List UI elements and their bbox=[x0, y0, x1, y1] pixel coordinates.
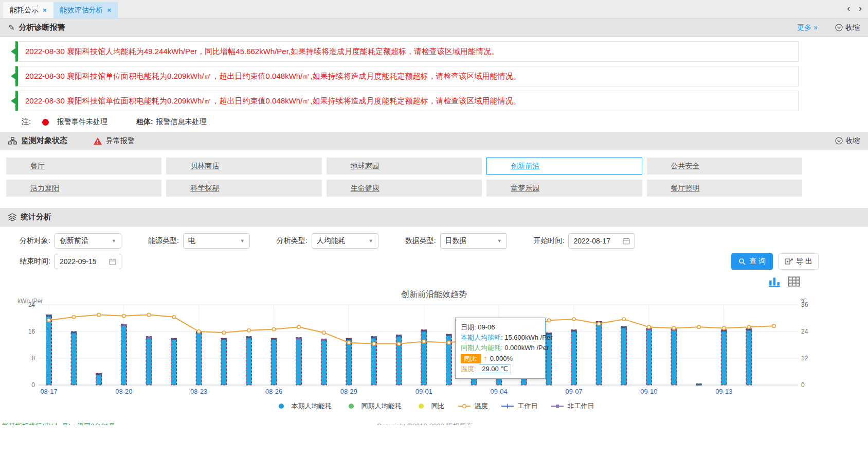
tooltip-date: 09-06 bbox=[478, 323, 495, 331]
legend-label: 同比 bbox=[431, 401, 445, 411]
svg-text:16: 16 bbox=[28, 328, 35, 335]
legend-item[interactable]: 工作日 bbox=[500, 401, 538, 411]
alert-row[interactable]: 2022-08-30 襄阳科技馆单位面积电能耗为0.209kWh/㎡，超出日约束… bbox=[15, 66, 799, 86]
tab-scroll-left-icon[interactable]: ‹ bbox=[847, 3, 850, 13]
day-type-marker bbox=[246, 337, 251, 339]
alert-row[interactable]: 2022-08-30 襄阳科技馆人均能耗为49.244kWh/Per，同比增幅4… bbox=[15, 41, 799, 62]
alert-list: 2022-08-30 襄阳科技馆人均能耗为49.244kWh/Per，同比增幅4… bbox=[0, 37, 868, 132]
day-type-marker bbox=[696, 383, 702, 386]
close-icon[interactable]: × bbox=[107, 6, 112, 14]
day-type-marker bbox=[96, 373, 102, 375]
analysis-type-select[interactable]: 人均能耗 ▼ bbox=[312, 233, 378, 249]
table-view-icon[interactable] bbox=[788, 276, 800, 287]
start-time-label: 开始时间: bbox=[534, 236, 565, 246]
analysis-type-label: 分析类型: bbox=[277, 236, 308, 246]
footer-link[interactable]: 能耗指标排行(电/人·月)：返回2台01号 bbox=[2, 422, 115, 425]
legend-marker-icon bbox=[274, 403, 288, 409]
legend-marker-icon bbox=[500, 403, 515, 409]
stats-section-header: 统计分析 bbox=[0, 208, 868, 226]
end-time-date-input[interactable]: 2022-09-15 bbox=[55, 254, 121, 269]
legend-item[interactable]: 非工作日 bbox=[550, 401, 594, 411]
object-button[interactable]: 地球家园 bbox=[327, 158, 482, 174]
day-type-marker bbox=[321, 339, 327, 341]
object-button[interactable]: 活力襄阳 bbox=[6, 180, 161, 197]
legend-item[interactable]: 本期人均能耗 bbox=[274, 401, 332, 411]
svg-text:09-04: 09-04 bbox=[491, 388, 508, 395]
legend-label: 本期人均能耗 bbox=[292, 401, 332, 411]
legend-marker-icon bbox=[550, 403, 565, 409]
query-button[interactable]: 查 询 bbox=[731, 253, 773, 270]
day-type-marker bbox=[46, 315, 52, 317]
object-button[interactable]: 公共安全 bbox=[647, 158, 802, 174]
legend-label: 同期人均能耗 bbox=[361, 401, 402, 411]
tab-efficiency-analysis[interactable]: 能效评估分析 × bbox=[53, 2, 118, 18]
chevron-down-icon: ▼ bbox=[240, 238, 245, 243]
tab-energy-publicity[interactable]: 能耗公示 × bbox=[3, 2, 53, 18]
chart-title: 创新前沿能效趋势 bbox=[0, 275, 868, 301]
calendar-icon bbox=[623, 237, 630, 245]
data-type-select[interactable]: 日数据 ▼ bbox=[440, 233, 507, 249]
chart-tooltip: 日期: 09-06 本期人均能耗: 15.600kWh /Per 同期人均能耗:… bbox=[455, 318, 546, 379]
chart-canvas[interactable]: 08-1708-2008-2308-2608-2909-0109-0409-07… bbox=[0, 301, 868, 401]
close-icon[interactable]: × bbox=[43, 6, 47, 14]
object-button[interactable]: 科学探秘 bbox=[166, 180, 321, 197]
legend-marker-icon bbox=[457, 403, 472, 409]
yoy-badge: 同比: bbox=[461, 354, 481, 363]
energy-type-select[interactable]: 电 ▼ bbox=[183, 233, 250, 249]
collapse-button[interactable]: 收缩 bbox=[835, 136, 860, 146]
svg-text:09-07: 09-07 bbox=[565, 388, 582, 395]
object-button-selected[interactable]: 创新前沿 bbox=[486, 158, 642, 174]
day-type-marker bbox=[396, 335, 402, 337]
search-icon bbox=[738, 258, 746, 265]
legend-item[interactable]: 温度 bbox=[457, 401, 488, 411]
chart-toolbar bbox=[768, 276, 800, 287]
monitor-object-grid: 餐厅 贝林商店 地球家园 创新前沿 公共安全 活力襄阳 科学探秘 生命健康 童梦… bbox=[0, 150, 868, 208]
legend-label: 工作日 bbox=[518, 401, 538, 411]
day-type-marker bbox=[421, 330, 427, 332]
svg-text:08-23: 08-23 bbox=[190, 388, 207, 395]
svg-text:0: 0 bbox=[31, 381, 35, 389]
analysis-object-select[interactable]: 创新前沿 ▼ bbox=[55, 233, 121, 249]
day-type-marker bbox=[271, 338, 277, 340]
alert-text: 2022-08-30 襄阳科技馆人均能耗为49.244kWh/Per，同比增幅4… bbox=[25, 47, 499, 57]
svg-text:08-26: 08-26 bbox=[265, 388, 282, 395]
svg-text:24: 24 bbox=[801, 328, 808, 335]
object-button[interactable]: 童梦乐园 bbox=[486, 180, 642, 197]
day-type-marker bbox=[346, 338, 352, 340]
alert-row[interactable]: 2022-08-30 襄阳科技馆单位面积电能耗为0.209kWh/㎡，超出日约束… bbox=[15, 91, 799, 111]
tab-scroll-right-icon[interactable]: › bbox=[859, 3, 862, 13]
bar-series bbox=[46, 315, 752, 386]
day-type-marker bbox=[621, 326, 627, 328]
tab-label: 能效评估分析 bbox=[60, 6, 103, 15]
object-button[interactable]: 生命健康 bbox=[327, 180, 482, 197]
legend-marker-icon bbox=[414, 403, 428, 409]
legend-item[interactable]: 同期人均能耗 bbox=[344, 401, 402, 411]
bar-chart-view-icon[interactable] bbox=[768, 276, 781, 287]
svg-text:09-01: 09-01 bbox=[415, 388, 432, 395]
red-dot-icon bbox=[42, 119, 49, 126]
calendar-icon bbox=[109, 258, 116, 265]
start-time-date-input[interactable]: 2022-08-17 bbox=[568, 233, 635, 249]
alarm-section-title: 分析诊断报警 bbox=[19, 23, 65, 32]
object-button[interactable]: 餐厅 bbox=[6, 158, 161, 174]
svg-text:12: 12 bbox=[801, 355, 808, 362]
day-type-marker bbox=[121, 324, 126, 326]
object-button[interactable]: 贝林商店 bbox=[166, 158, 321, 174]
legend-item[interactable]: 同比 bbox=[414, 401, 445, 411]
more-link[interactable]: 更多 » bbox=[797, 23, 818, 32]
day-type-marker bbox=[571, 330, 577, 332]
svg-text:08-17: 08-17 bbox=[40, 388, 57, 395]
svg-text:0: 0 bbox=[801, 381, 805, 389]
tooltip-temp-value: 29.00 ℃ bbox=[479, 364, 511, 373]
abnormal-alarm-label: 异常报警 bbox=[93, 136, 135, 146]
export-excel-icon bbox=[785, 258, 793, 265]
export-button[interactable]: 导 出 bbox=[779, 253, 819, 270]
collapse-button[interactable]: 收缩 bbox=[835, 23, 860, 32]
object-button[interactable]: 餐厅照明 bbox=[647, 180, 802, 197]
analysis-object-label: 分析对象: bbox=[20, 236, 50, 246]
double-arrow-icon: » bbox=[813, 23, 818, 31]
chevron-down-icon: ▼ bbox=[112, 238, 116, 243]
tab-bar: 能耗公示 × 能效评估分析 × ‹ › bbox=[0, 0, 868, 19]
layers-icon bbox=[8, 213, 16, 221]
alert-text: 2022-08-30 襄阳科技馆单位面积电能耗为0.209kWh/㎡，超出日约束… bbox=[25, 96, 520, 106]
